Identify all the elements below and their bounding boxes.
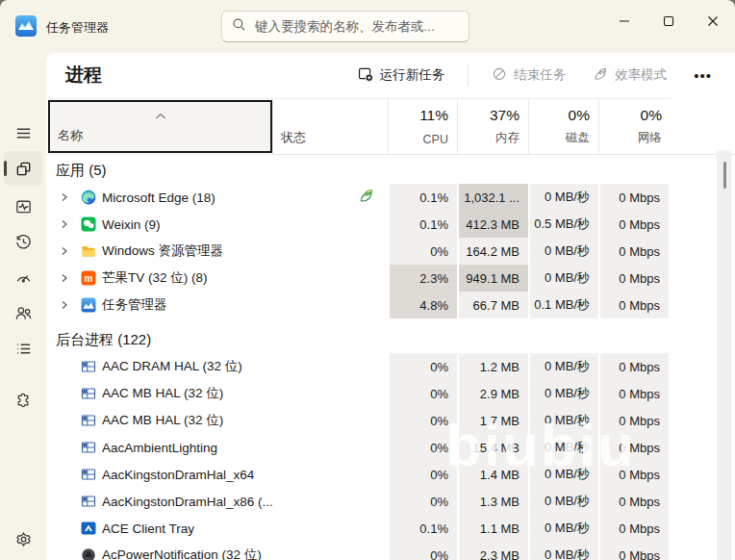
memory-total: 37% [490,107,520,124]
network-cell: 0 Mbps [598,407,671,434]
disk-cell: 0 MB/秒 [528,353,598,380]
process-row[interactable]: AAC MB HAL (32 位)0%2.9 MB0 MB/秒0 Mbps [48,380,671,407]
process-row[interactable]: Windows 资源管理器0%164.2 MB0 MB/秒0 Mbps [48,238,671,265]
process-name: AAC MB HAL (32 位) [102,385,223,402]
main-content: 进程 运行新任务 [46,53,735,560]
column-header-memory[interactable]: 37% 内存 [457,99,528,154]
generic-icon [81,440,96,455]
process-row[interactable]: Microsoft Edge (18)0.1%1,032.1 ...0 MB/秒… [48,184,671,211]
process-name-cell: ACE Client Tray [48,515,272,542]
sort-ascending-icon [155,106,165,123]
network-cell: 0 Mbps [598,265,671,292]
scrollbar-thumb[interactable] [723,162,726,189]
network-cell: 0 Mbps [598,238,671,265]
process-row[interactable]: 任务管理器4.8%66.7 MB0.1 MB/秒0 Mbps [48,292,671,318]
sidebar-item-details[interactable] [4,332,42,365]
process-row[interactable]: AacKingstonDramHal_x640%1.4 MB0 MB/秒0 Mb… [48,461,671,488]
svg-text:m: m [85,273,93,284]
process-row[interactable]: AacAmbientLighting0%15.4 MB0 MB/秒0 Mbps [48,434,671,461]
cpu-cell: 0.1% [388,211,457,238]
network-cell: 0 Mbps [598,353,671,380]
disk-cell: 0.1 MB/秒 [528,292,598,318]
process-name: Windows 资源管理器 [102,242,223,260]
app-logo-icon [15,15,37,37]
process-row[interactable]: ACE Client Tray0.1%1.1 MB0 MB/秒0 Mbps [48,515,671,542]
column-header-status[interactable]: 状态 [272,99,388,154]
expand-chevron-icon [60,416,81,425]
network-cell: 0 Mbps [598,515,671,542]
column-header-cpu[interactable]: 11% CPU [388,99,457,154]
vertical-scrollbar[interactable] [717,150,731,560]
toolbar: 进程 运行新任务 [46,53,735,97]
minimize-button[interactable] [602,0,646,42]
column-header-disk[interactable]: 0% 磁盘 [528,99,598,154]
cpu-cell: 0% [388,380,457,407]
page-title: 进程 [65,63,102,88]
expand-chevron-icon[interactable] [60,192,81,202]
sidebar-item-users[interactable] [4,296,42,329]
network-cell: 0 Mbps [598,542,671,560]
process-name: AcPowerNotification (32 位) [102,547,262,560]
sidebar-item-startup-apps[interactable] [4,261,42,293]
process-row[interactable]: AacKingstonDramHal_x86 (...0%1.3 MB0 MB/… [48,488,671,515]
process-row[interactable]: AAC MB HAL (32 位)0%1.7 MB0 MB/秒0 Mbps [48,407,671,434]
end-task-button[interactable]: 结束任务 [482,61,575,90]
run-new-task-button[interactable]: 运行新任务 [347,60,455,90]
sidebar-item-processes[interactable] [4,151,42,186]
process-name: AAC MB HAL (32 位) [102,412,223,429]
sidebar-item-app-history[interactable] [4,225,42,258]
memory-cell: 1.1 MB [457,515,528,542]
memory-cell: 2.3 MB [457,542,528,560]
expand-chevron-icon[interactable] [60,219,81,229]
search-input[interactable]: 键入要搜索的名称、发布者或... [221,11,469,42]
disk-total: 0% [569,107,590,124]
column-header-name[interactable]: 名称 [48,100,272,153]
expand-chevron-icon[interactable] [60,273,81,283]
disk-cell: 0 MB/秒 [528,434,598,461]
process-row[interactable]: AAC DRAM HAL (32 位)0%1.2 MB0 MB/秒0 Mbps [48,353,671,380]
process-row[interactable]: AcPowerNotification (32 位)0%2.3 MB0 MB/秒… [48,542,671,560]
window-controls [602,0,735,46]
efficiency-mode-button[interactable]: 效率模式 [583,61,676,90]
services-icon [14,392,33,410]
sidebar-item-performance[interactable] [4,190,42,222]
column-header-network[interactable]: 0% 网络 [598,99,671,154]
network-cell: 0 Mbps [598,434,671,461]
cpu-cell: 0% [388,434,457,461]
memory-cell: 1.3 MB [457,488,528,515]
process-name-cell: 任务管理器 [48,292,272,318]
sidebar-item-services[interactable] [4,384,42,417]
close-button[interactable] [691,0,735,42]
network-total: 0% [641,107,662,124]
more-options-button[interactable]: ••• [684,62,722,89]
process-row[interactable]: Weixin (9)0.1%412.3 MB0.5 MB/秒0 Mbps [48,211,671,238]
expand-chevron-icon [60,550,81,560]
process-name: AacKingstonDramHal_x64 [102,468,254,482]
maximize-button[interactable] [646,0,691,42]
generic-icon [81,413,96,428]
ace-icon [81,521,96,536]
header-divider [46,154,735,155]
cpu-cell: 0.1% [388,515,457,542]
group-header[interactable]: 应用 (5) [48,157,671,184]
process-name: 任务管理器 [102,296,167,314]
expand-chevron-icon[interactable] [60,300,81,310]
process-name-cell: Weixin (9) [48,211,272,238]
sidebar-item-menu[interactable] [4,116,42,149]
process-row[interactable]: m芒果TV (32 位) (8)2.3%949.1 MB0 MB/秒0 Mbps [48,265,671,292]
cpu-cell: 0% [388,461,457,488]
expand-chevron-icon [60,470,81,479]
group-header[interactable]: 后台进程 (122) [48,326,671,353]
status-cell [272,211,388,238]
disk-cell: 0 MB/秒 [528,380,598,407]
expand-chevron-icon [60,523,81,533]
memory-cell: 412.3 MB [457,211,528,238]
disk-cell: 0 MB/秒 [528,265,598,292]
expand-chevron-icon[interactable] [60,246,81,256]
task-manager-window: 任务管理器 键入要搜索的名称、发布者或... 进程 [0,0,735,560]
network-cell: 0 Mbps [598,184,671,211]
network-cell: 0 Mbps [598,292,671,318]
process-name-cell: AacAmbientLighting [48,434,272,461]
generic-icon [81,386,96,401]
sidebar-item-settings[interactable] [4,522,42,555]
